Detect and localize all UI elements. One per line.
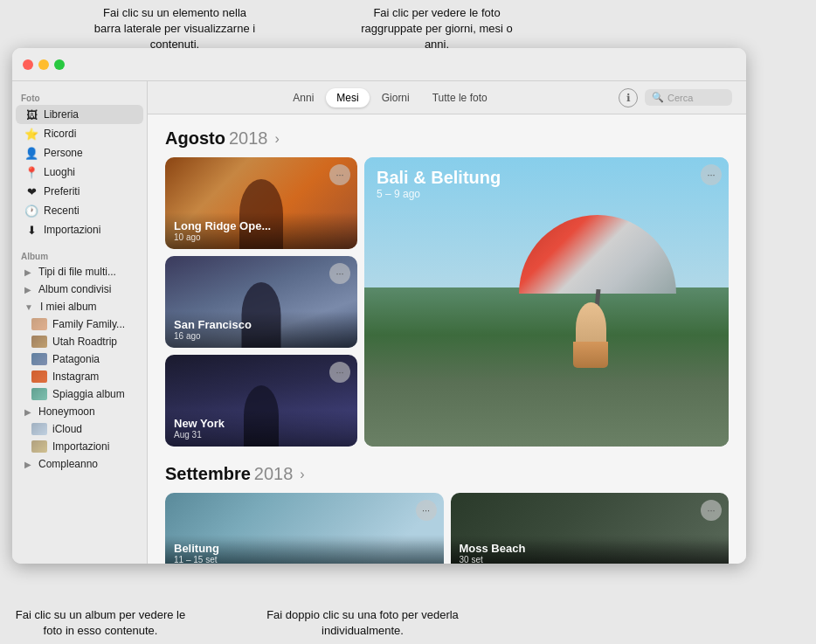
agosto-year: 2018: [229, 128, 268, 149]
photo-card-sf[interactable]: San Francisco 16 ago ···: [165, 256, 357, 348]
moss-overlay: Moss Beach 30 set: [451, 535, 730, 564]
moss-date: 30 set: [460, 555, 721, 564]
recenti-label: Recenti: [44, 204, 80, 217]
bali-more-button[interactable]: ···: [701, 164, 722, 185]
sidebar-item-instagram[interactable]: Instagram: [16, 368, 143, 385]
newyork-date: Aug 31: [174, 430, 349, 440]
sf-overlay: San Francisco 16 ago: [165, 311, 357, 348]
sidebar-item-ricordi[interactable]: ⭐ Ricordi: [16, 124, 143, 143]
spiaggia-thumb: [31, 388, 47, 400]
sidebar-section-foto: Foto: [12, 88, 147, 105]
importazioni-thumb: [31, 440, 47, 453]
patagonia-thumb: [31, 353, 47, 365]
minimize-button[interactable]: [38, 59, 49, 70]
preferiti-icon: ❤: [24, 184, 38, 198]
newyork-overlay: New York Aug 31: [165, 410, 357, 447]
photo-card-moss[interactable]: Moss Beach 30 set ···: [451, 493, 730, 564]
preferiti-label: Preferiti: [44, 185, 80, 197]
callout-bottom-left: Fai clic su un album per vedere le foto …: [0, 602, 201, 644]
agosto-chevron: ›: [274, 131, 279, 147]
belitung-more-button[interactable]: ···: [416, 500, 437, 521]
maximize-button[interactable]: [54, 59, 65, 70]
moss-more-button[interactable]: ···: [701, 500, 722, 521]
photo-card-newyork[interactable]: New York Aug 31 ···: [165, 355, 357, 447]
sidebar-item-tipi-file[interactable]: ▶ Tipi di file multi...: [16, 263, 143, 280]
patagonia-label: Patagonia: [52, 353, 100, 365]
sidebar-item-spiaggia[interactable]: Spiaggia album: [16, 385, 143, 403]
luoghi-label: Luoghi: [44, 166, 75, 178]
icloud-label: iCloud: [52, 423, 82, 435]
info-button[interactable]: ℹ: [619, 88, 638, 107]
sidebar-item-importazioni-top[interactable]: ⬇ Importazioni: [16, 220, 143, 239]
sidebar-item-honeymoon[interactable]: ▶ Honeymoon: [16, 403, 143, 420]
sidebar-item-luoghi[interactable]: 📍 Luoghi: [16, 163, 143, 182]
bali-top-overlay: Bali & Belitung 5 – 9 ago: [364, 157, 729, 211]
sidebar-item-icloud[interactable]: iCloud: [16, 420, 143, 438]
close-button[interactable]: [23, 59, 33, 70]
sidebar-item-compleanno[interactable]: ▶ Compleanno: [16, 455, 143, 473]
libreria-label: Libreria: [44, 108, 79, 121]
bali-title: Bali & Belitung: [377, 168, 716, 188]
instagram-thumb: [31, 370, 47, 383]
titlebar: [12, 48, 746, 81]
libreria-icon: 🖼: [24, 107, 38, 121]
sidebar-item-persone[interactable]: 👤 Persone: [16, 143, 143, 163]
sidebar-item-miei-album[interactable]: ▼ I miei album: [16, 298, 143, 315]
importazioni-label: Importazioni: [52, 440, 109, 453]
family-thumb: [31, 318, 47, 330]
sidebar-item-family[interactable]: Family Family...: [16, 315, 143, 333]
sidebar-item-album-condivisi[interactable]: ▶ Album condivisi: [16, 280, 143, 298]
icloud-thumb: [31, 423, 47, 435]
scroll-area[interactable]: Agosto 2018 ›: [148, 114, 746, 564]
settembre-photo-row: Belitung 11 – 15 set ··· Moss Beach: [165, 493, 729, 564]
sf-date: 16 ago: [174, 331, 349, 341]
photo-card-belitung[interactable]: Belitung 11 – 15 set ···: [165, 493, 444, 564]
expand-condivisi-icon: ▶: [24, 285, 31, 294]
sidebar-item-recenti[interactable]: 🕐 Recenti: [16, 201, 143, 220]
importazioni-top-icon: ⬇: [24, 223, 38, 237]
tab-anni[interactable]: Anni: [282, 88, 324, 107]
tipi-file-label: Tipi di file multi...: [38, 266, 116, 278]
callout-bottom-right: Fai doppio clic su una foto per vederla …: [245, 602, 481, 644]
photo-card-longridge[interactable]: Long Ridge Ope... 10 ago ···: [165, 157, 357, 249]
tab-mesi[interactable]: Mesi: [326, 88, 369, 107]
photo-card-bali[interactable]: Bali & Belitung 5 – 9 ago ···: [364, 157, 729, 447]
settembre-year: 2018: [254, 464, 294, 484]
sidebar: Foto 🖼 Libreria ⭐ Ricordi 👤 Persone 📍 Lu…: [12, 81, 148, 564]
toolbar-right: ℹ 🔍 Cerca: [619, 88, 732, 107]
importazioni-top-label: Importazioni: [44, 224, 100, 236]
tab-group: Anni Mesi Giorni Tutte le foto: [162, 88, 619, 107]
tab-giorni[interactable]: Giorni: [371, 88, 420, 107]
belitung-title: Belitung: [174, 542, 435, 555]
expand-compleanno-icon: ▶: [24, 460, 31, 469]
main-content: Anni Mesi Giorni Tutte le foto ℹ 🔍 Cerca: [148, 81, 746, 564]
agosto-header: Agosto 2018 ›: [165, 128, 729, 149]
moss-title: Moss Beach: [460, 542, 721, 555]
longridge-title: Long Ridge Ope...: [174, 219, 349, 232]
honeymoon-label: Honeymoon: [38, 405, 95, 418]
search-placeholder: Cerca: [667, 93, 693, 103]
newyork-more-button[interactable]: ···: [329, 362, 350, 383]
sidebar-item-importazioni[interactable]: Importazioni: [16, 438, 143, 455]
tab-tutte-le-foto[interactable]: Tutte le foto: [422, 88, 498, 107]
longridge-date: 10 ago: [174, 232, 349, 242]
recenti-icon: 🕐: [24, 204, 38, 218]
sf-title: San Francisco: [174, 318, 349, 331]
sidebar-item-patagonia[interactable]: Patagonia: [16, 350, 143, 368]
persone-label: Persone: [44, 147, 83, 159]
sidebar-section-album: Album: [12, 246, 147, 263]
sidebar-item-utah[interactable]: Utah Roadtrip: [16, 333, 143, 350]
agosto-title: Agosto: [165, 128, 225, 149]
miei-album-label: I miei album: [40, 301, 97, 313]
bali-date: 5 – 9 ago: [377, 188, 716, 200]
belitung-overlay: Belitung 11 – 15 set: [165, 535, 444, 564]
sidebar-item-libreria[interactable]: 🖼 Libreria: [16, 105, 143, 124]
sidebar-item-preferiti[interactable]: ❤ Preferiti: [16, 182, 143, 201]
settembre-chevron: ›: [300, 467, 304, 482]
toolbar: Anni Mesi Giorni Tutte le foto ℹ 🔍 Cerca: [148, 81, 746, 114]
search-box[interactable]: 🔍 Cerca: [645, 89, 732, 106]
longridge-more-button[interactable]: ···: [329, 164, 350, 185]
spiaggia-label: Spiaggia album: [52, 388, 125, 400]
persone-icon: 👤: [24, 146, 38, 160]
sf-more-button[interactable]: ···: [329, 263, 350, 284]
